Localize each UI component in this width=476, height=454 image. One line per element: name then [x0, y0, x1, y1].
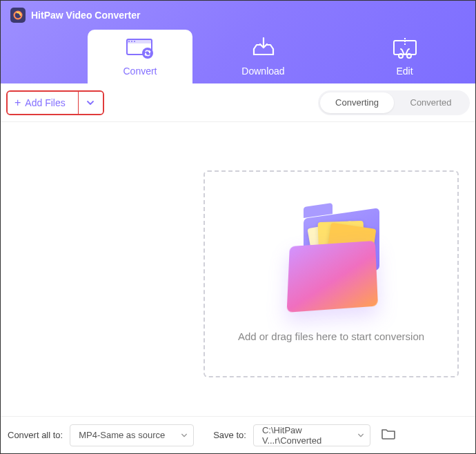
add-files-dropdown[interactable]: [78, 92, 103, 114]
open-folder-button[interactable]: [377, 426, 399, 444]
app-logo-icon: [10, 8, 26, 23]
segment-converted[interactable]: Converted: [394, 92, 468, 113]
title-bar: HitPaw Video Converter: [1, 1, 475, 30]
chevron-down-icon: [357, 432, 364, 439]
folder-icon: [381, 428, 396, 443]
save-path-select[interactable]: C:\HitPaw V...r\Converted: [253, 424, 370, 446]
dropzone[interactable]: Add or drag files here to start conversi…: [204, 170, 459, 377]
add-files-label: Add Files: [25, 97, 65, 108]
dropzone-hint: Add or drag files here to start conversi…: [238, 330, 424, 342]
header: HitPaw Video Converter Convert: [1, 1, 475, 83]
convert-all-label: Convert all to:: [8, 430, 63, 440]
tab-download-label: Download: [241, 66, 284, 77]
save-to-label: Save to:: [213, 430, 246, 440]
format-value: MP4-Same as source: [79, 430, 165, 440]
footer: Convert all to: MP4-Same as source Save …: [1, 416, 475, 453]
chevron-down-icon: [86, 99, 95, 107]
main-tabs: Convert Download: [1, 30, 475, 83]
chevron-down-icon: [181, 432, 188, 439]
svg-point-10: [399, 54, 403, 58]
svg-rect-2: [127, 39, 152, 43]
add-files-group: + Add Files: [6, 90, 104, 115]
download-icon: [250, 37, 277, 60]
edit-icon: [391, 37, 419, 60]
content-area: Add or drag files here to start conversi…: [1, 122, 475, 452]
svg-rect-8: [394, 41, 416, 55]
segment-converting[interactable]: Converting: [320, 92, 394, 113]
svg-point-11: [407, 54, 411, 58]
tab-edit[interactable]: Edit: [334, 30, 475, 83]
tab-convert[interactable]: Convert: [88, 30, 192, 83]
toolbar: + Add Files Converting Converted: [1, 83, 475, 122]
tab-convert-label: Convert: [123, 66, 157, 77]
convert-icon: [124, 37, 156, 60]
add-files-button[interactable]: + Add Files: [8, 92, 78, 114]
tab-download[interactable]: Download: [192, 30, 334, 83]
tab-edit-label: Edit: [396, 66, 413, 77]
svg-point-6: [142, 48, 153, 59]
save-path-value: C:\HitPaw V...r\Converted: [262, 425, 350, 446]
plus-icon: +: [14, 97, 21, 109]
conversion-status-segmented: Converting Converted: [318, 90, 470, 115]
folder-icon: [276, 206, 386, 310]
app-title: HitPaw Video Converter: [31, 10, 140, 21]
format-select[interactable]: MP4-Same as source: [70, 424, 194, 446]
